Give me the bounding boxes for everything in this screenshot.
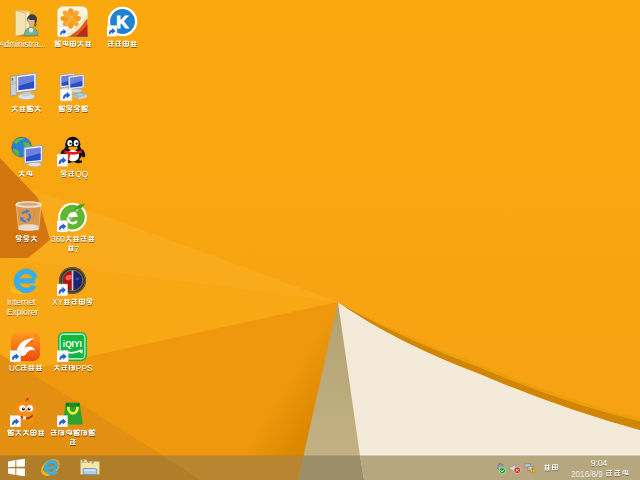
svg-text:XY: XY bbox=[52, 297, 64, 307]
svg-text:QQ: QQ bbox=[75, 169, 89, 179]
svg-text:360: 360 bbox=[51, 234, 65, 244]
svg-text:iQIYI: iQIYI bbox=[62, 338, 81, 348]
svg-text:2016/8/9: 2016/8/9 bbox=[571, 470, 603, 479]
svg-text:K: K bbox=[116, 13, 129, 32]
svg-text:PPS: PPS bbox=[76, 363, 93, 373]
svg-text:7: 7 bbox=[75, 243, 80, 253]
svg-text:Explorer: Explorer bbox=[7, 307, 38, 317]
svg-text:Administra...: Administra... bbox=[0, 39, 46, 49]
svg-text:9:04: 9:04 bbox=[591, 458, 608, 468]
svg-text:UC: UC bbox=[9, 363, 21, 373]
svg-text:Internet: Internet bbox=[7, 297, 36, 307]
